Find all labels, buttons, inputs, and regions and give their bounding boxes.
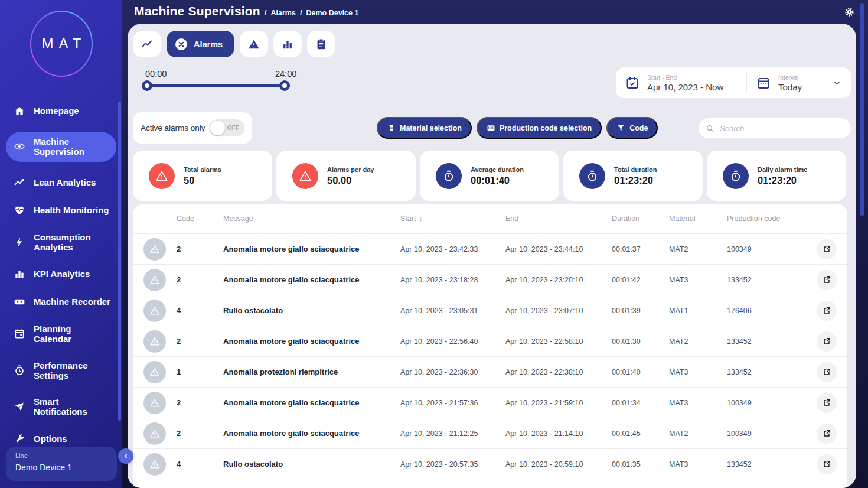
material-selection-button[interactable]: Material selection	[377, 117, 472, 139]
open-alarm-detail-button[interactable]	[817, 393, 837, 413]
column-header-start-label: Start	[400, 214, 416, 223]
time-range-slider-track[interactable]	[147, 84, 290, 87]
cell-production-code: 100349	[727, 245, 806, 253]
interval-select[interactable]: Interval Today	[747, 67, 851, 98]
interval-label: Interval	[778, 74, 802, 81]
column-header-start[interactable]: Start↓	[400, 214, 505, 223]
open-alarm-detail-button[interactable]	[817, 454, 837, 474]
column-header-code[interactable]: Code	[177, 214, 223, 223]
sidebar-item-machine-supervision[interactable]: Machine Supervision	[6, 132, 116, 162]
tab-warnings[interactable]	[240, 31, 268, 57]
stat-icon	[579, 163, 605, 189]
chevron-down-icon	[833, 79, 841, 87]
cell-code: 1	[177, 367, 223, 376]
stat-value: 50.00	[327, 175, 374, 186]
cell-start: Apr 10, 2023 - 21:12:25	[400, 430, 505, 438]
sidebar-scrollbar[interactable]	[118, 102, 121, 421]
production-code-selection-button[interactable]: Production code selection	[477, 117, 602, 139]
page-header: Machine Supervision / Alarms / Demo Devi…	[134, 4, 358, 18]
stat-card: Total duration 01:23:20	[563, 151, 703, 201]
cell-end: Apr 10, 2023 - 21:14:10	[505, 430, 612, 438]
search-box	[699, 118, 851, 138]
open-alarm-detail-button[interactable]	[817, 362, 837, 382]
search-icon	[706, 124, 714, 133]
sidebar-item-label: Smart Notifications	[34, 396, 87, 417]
warning-triangle-outline-icon	[149, 397, 161, 409]
alarm-row-icon	[143, 422, 166, 445]
sidebar-item-homepage[interactable]: Homepage	[6, 104, 116, 118]
open-in-new-icon	[822, 275, 831, 285]
alarm-row-icon	[143, 300, 166, 322]
open-alarm-detail-button[interactable]	[817, 424, 837, 444]
sidebar-item-lean-analytics[interactable]: Lean Analytics	[6, 175, 116, 190]
cell-message: Anomalia motore giallo sciacquatrice	[223, 429, 400, 438]
page-scrollbar[interactable]	[860, 3, 864, 216]
slider-handle-start[interactable]	[142, 80, 152, 91]
column-header-message[interactable]: Message	[223, 214, 400, 223]
trend-icon	[14, 177, 25, 188]
table-header: Code Message Start↓ End Duration Materia…	[133, 204, 847, 233]
column-header-production-code[interactable]: Production code	[727, 214, 806, 223]
tab-statistics[interactable]	[273, 31, 302, 57]
open-alarm-detail-button[interactable]	[817, 301, 837, 321]
table-row: 4 Rullo ostacolato Apr 10, 2023 - 20:57:…	[133, 448, 847, 479]
sidebar-item-consumption-analytics[interactable]: Consumption Analytics	[6, 231, 116, 254]
alarm-row-icon	[143, 453, 166, 476]
device-card[interactable]: Line Demo Device 1	[6, 447, 117, 481]
column-header-end[interactable]: End	[505, 214, 612, 223]
bar-chart-icon	[14, 268, 25, 280]
table-row: 2 Anomalia motore giallo sciacquatrice A…	[133, 418, 847, 448]
sidebar-item-machine-recorder[interactable]: Machine Recorder	[6, 295, 116, 309]
cell-material: MAT2	[669, 430, 727, 438]
open-alarm-detail-button[interactable]	[817, 239, 837, 259]
open-alarm-detail-button[interactable]	[817, 270, 837, 290]
cell-start: Apr 10, 2023 - 23:42:33	[400, 245, 505, 253]
date-range-picker[interactable]: Start - End Apr 10, 2023 - Now	[616, 67, 746, 98]
production-code-selection-label: Production code selection	[500, 124, 592, 132]
sidebar-item-label: Options	[34, 434, 67, 444]
cell-production-code: 100349	[727, 430, 806, 438]
active-alarms-toggle[interactable]: OFF	[209, 119, 244, 136]
stopwatch-icon	[586, 170, 599, 183]
cell-end: Apr 10, 2023 - 22:58:10	[505, 337, 612, 346]
sidebar-item-kpi-analytics[interactable]: KPI Analytics	[6, 267, 116, 281]
alarm-row-icon	[143, 269, 166, 291]
calendar-icon	[756, 76, 771, 90]
open-alarm-detail-button[interactable]	[817, 331, 837, 352]
barcode-icon	[487, 123, 495, 132]
sidebar-item-label: Performance Settings	[34, 360, 88, 381]
cell-production-code: 100349	[727, 399, 806, 407]
sidebar-item-performance-settings[interactable]: Performance Settings	[6, 359, 116, 382]
sidebar-collapse-button[interactable]	[118, 448, 133, 464]
cell-duration: 00:01:40	[612, 368, 669, 376]
sidebar-item-planning-calendar[interactable]: Planning Calendar	[6, 323, 116, 346]
funnel-icon	[616, 123, 625, 132]
sidebar-item-smart-notifications[interactable]: Smart Notifications	[6, 395, 116, 418]
breadcrumb-separator: /	[265, 8, 267, 17]
code-filter-button[interactable]: Code	[606, 117, 658, 139]
open-in-new-icon	[822, 245, 831, 254]
tab-report[interactable]	[307, 31, 335, 57]
sidebar-item-health-monitoring[interactable]: Health Monitoring	[6, 203, 116, 217]
tab-alarms[interactable]: Alarms	[167, 31, 234, 57]
cell-duration: 00:01:39	[612, 307, 669, 315]
warning-triangle-outline-icon	[149, 458, 161, 470]
stat-value: 50	[184, 175, 221, 186]
tab-trend[interactable]	[133, 31, 161, 57]
alarm-row-icon	[143, 238, 166, 261]
cell-code: 2	[177, 275, 223, 284]
alarm-icon	[155, 170, 168, 183]
slider-handle-end[interactable]	[279, 80, 290, 91]
column-header-material[interactable]: Material	[669, 214, 727, 223]
stat-card: Alarms per day 50.00	[276, 151, 416, 201]
table-row: 2 Anomalia motore giallo sciacquatrice A…	[133, 387, 847, 418]
search-input[interactable]	[720, 124, 838, 133]
settings-gear-icon[interactable]	[844, 6, 855, 18]
warning-triangle-outline-icon	[149, 336, 161, 347]
cell-start: Apr 10, 2023 - 21:57:36	[400, 399, 505, 407]
sidebar-item-options[interactable]: Options	[6, 432, 116, 446]
cell-message: Rullo ostacolato	[223, 460, 400, 469]
stat-icon	[149, 163, 175, 189]
warning-triangle-outline-icon	[149, 243, 161, 255]
column-header-duration[interactable]: Duration	[612, 214, 669, 223]
